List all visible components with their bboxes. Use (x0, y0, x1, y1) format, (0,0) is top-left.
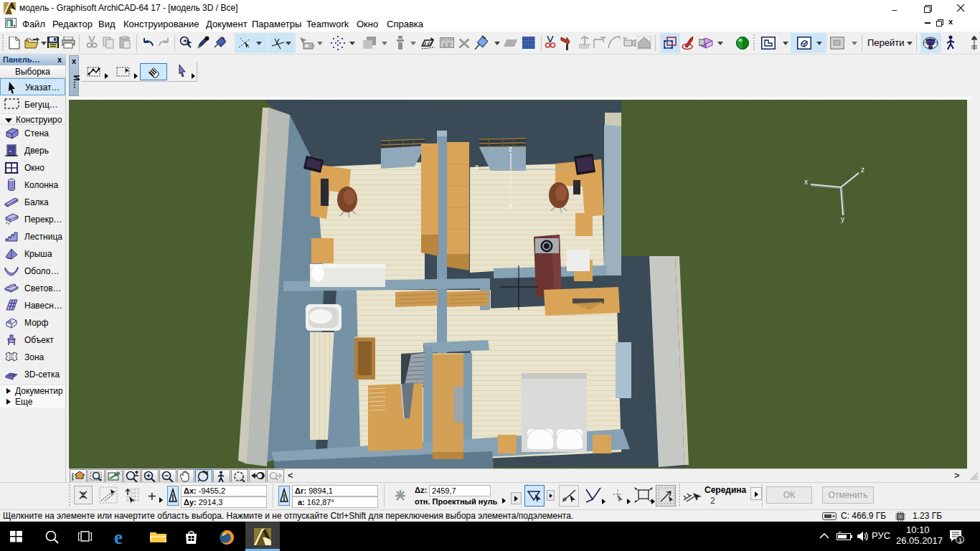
svg-text:z: z (509, 145, 512, 153)
svg-text:y: y (841, 215, 844, 223)
svg-text:y: y (509, 202, 512, 209)
svg-text:x: x (804, 178, 808, 186)
svg-text:z: z (861, 166, 864, 174)
svg-text:1 2: 1 2 (443, 42, 451, 48)
svg-text:x: x (475, 163, 479, 171)
svg-text:1: 1 (958, 537, 962, 544)
